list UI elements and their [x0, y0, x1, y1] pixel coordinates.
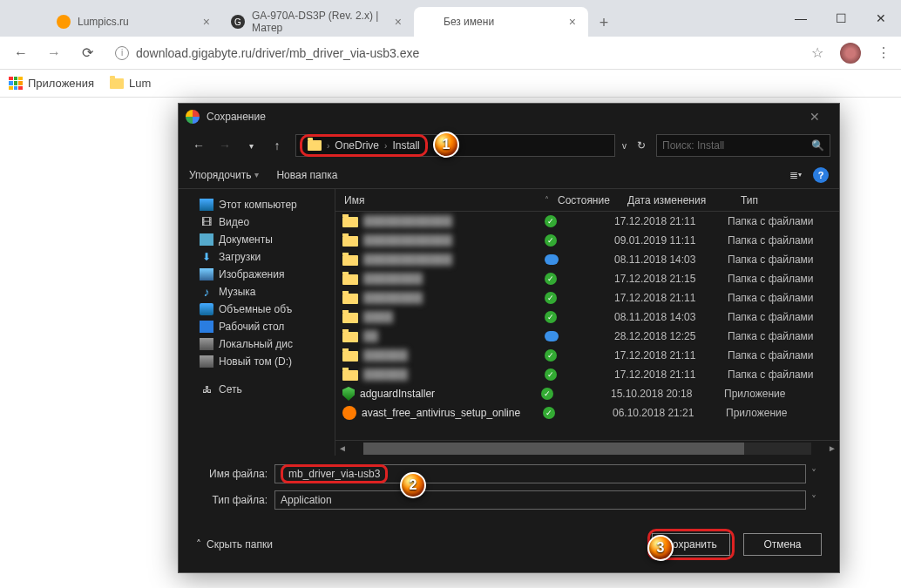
filetype-select[interactable]: Application — [274, 490, 806, 510]
tab-untitled[interactable]: Без имени × — [414, 7, 588, 37]
list-item[interactable]: ██████ ✓ 17.12.2018 21:11 Папка с файлам… — [335, 346, 839, 365]
close-button[interactable]: ✕ — [861, 4, 901, 32]
list-item[interactable]: ████████████ ✓ 17.12.2018 21:11 Папка с … — [335, 212, 839, 231]
list-item[interactable]: ██ 28.12.2018 12:25 Папка с файлами — [335, 327, 839, 346]
file-type: Приложение — [726, 407, 839, 419]
scroll-track[interactable] — [363, 443, 811, 455]
chevron-down-icon: ▾ — [254, 170, 259, 179]
close-icon[interactable]: × — [566, 15, 579, 29]
chevron-down-icon[interactable]: ˅ — [806, 494, 822, 506]
tree-label: Загрузки — [219, 251, 261, 263]
star-icon[interactable]: ☆ — [809, 44, 826, 62]
list-item[interactable]: ████████████ 08.11.2018 14:03 Папка с фа… — [335, 250, 839, 269]
list-item[interactable]: ████████ ✓ 17.12.2018 21:11 Папка с файл… — [335, 288, 839, 308]
tab-lumpics[interactable]: Lumpics.ru × — [48, 7, 222, 37]
help-icon[interactable]: ? — [813, 167, 829, 183]
column-name[interactable]: Имя — [335, 194, 545, 206]
dialog-close-button[interactable]: ✕ — [797, 110, 832, 124]
file-type: Папка с файлами — [728, 215, 839, 227]
list-item[interactable]: ████ ✓ 08.11.2018 14:03 Папка с файлами — [335, 308, 839, 327]
dialog-toolbar: Упорядочить ▾ Новая папка ≣▾ ? — [179, 161, 839, 189]
url-text: download.gigabyte.ru/driver/mb_driver_vi… — [136, 46, 419, 60]
site-info-icon[interactable]: i — [115, 46, 129, 60]
tree-label: Новый том (D:) — [219, 355, 292, 368]
cancel-button[interactable]: Отмена — [743, 533, 822, 556]
breadcrumb-segment[interactable]: OneDrive — [335, 139, 379, 152]
chevron-down-icon[interactable]: v — [622, 141, 627, 151]
list-item[interactable]: ████████████ ✓ 09.01.2019 11:11 Папка с … — [335, 231, 839, 250]
file-name: ████ — [363, 311, 545, 323]
tree-item[interactable]: Объемные объ — [182, 301, 331, 318]
close-icon[interactable]: × — [200, 15, 213, 29]
refresh-button[interactable]: ↻ — [630, 139, 653, 152]
address-bar: ← → ⟳ i download.gigabyte.ru/driver/mb_d… — [0, 37, 901, 70]
nav-up-button[interactable]: ↑ — [266, 134, 288, 157]
maximize-button[interactable]: ☐ — [821, 4, 861, 32]
tab-favicon — [57, 15, 71, 29]
new-tab-button[interactable]: + — [592, 10, 616, 35]
bookmark-folder[interactable]: Lum — [110, 77, 151, 90]
horizontal-scrollbar[interactable]: ◄ ► — [335, 440, 839, 456]
minimize-button[interactable]: — — [781, 4, 821, 32]
tree-item[interactable]: Рабочий стол — [182, 318, 331, 335]
file-name: ████████████ — [363, 215, 545, 227]
nav-forward-button[interactable]: → — [213, 134, 236, 157]
hide-folders-button[interactable]: ˄ Скрыть папки — [196, 538, 273, 551]
file-date: 09.01.2019 11:11 — [614, 234, 728, 247]
tree-item[interactable]: Документы — [182, 231, 331, 248]
view-mode-button[interactable]: ≣▾ — [785, 166, 806, 184]
menu-icon[interactable]: ⋮ — [875, 44, 892, 62]
column-date[interactable]: Дата изменения — [627, 194, 741, 206]
state-cloud-icon — [545, 254, 559, 265]
hide-folders-label: Скрыть папки — [207, 538, 273, 551]
apps-button[interactable]: Приложения — [9, 77, 94, 91]
avatar[interactable] — [840, 43, 861, 64]
fold-icon — [342, 236, 358, 247]
list-item[interactable]: avast_free_antivirus_setup_online ✓ 06.1… — [335, 403, 839, 422]
scroll-left-icon[interactable]: ◄ — [335, 443, 349, 453]
tree-item[interactable]: Загрузки — [182, 248, 331, 266]
scroll-thumb[interactable] — [363, 443, 744, 455]
breadcrumb-segment[interactable]: Install — [392, 139, 419, 152]
tree-item[interactable]: Музыка — [182, 283, 331, 301]
list-item[interactable]: ██████ ✓ 17.12.2018 21:11 Папка с файлам… — [335, 365, 839, 384]
file-state: ✓ — [545, 349, 614, 362]
chevron-down-icon[interactable]: ˅ — [806, 468, 822, 480]
tree-label: Сеть — [219, 383, 242, 395]
sort-indicator: ˄ — [545, 195, 558, 205]
close-icon[interactable]: × — [391, 15, 405, 29]
chevron-right-icon: › — [384, 141, 387, 151]
organize-button[interactable]: Упорядочить ▾ — [189, 169, 259, 181]
column-type[interactable]: Тип — [741, 194, 839, 206]
filename-label: Имя файла: — [196, 468, 274, 480]
tree-item[interactable]: Изображения — [182, 266, 331, 283]
file-state: ✓ — [545, 368, 614, 381]
tab-title: Lumpics.ru — [78, 16, 129, 28]
search-input[interactable]: Поиск: Install 🔍 — [656, 134, 830, 157]
nav-back-button[interactable]: ← — [187, 134, 210, 157]
tree-network[interactable]: Сеть — [182, 381, 331, 398]
reload-button[interactable]: ⟳ — [75, 41, 99, 65]
tab-gigabyte[interactable]: G GA-970A-DS3P (Rev. 2.x) | Матер × — [222, 7, 414, 37]
url-field[interactable]: i download.gigabyte.ru/driver/mb_driver_… — [108, 46, 800, 60]
fold-icon — [342, 370, 358, 381]
column-state[interactable]: Состояние — [558, 194, 627, 206]
breadcrumb-highlight: › OneDrive › Install — [300, 134, 428, 157]
dialog-titlebar: Сохранение ✕ — [179, 104, 839, 130]
tree-item[interactable]: Видео — [182, 213, 331, 231]
back-button[interactable]: ← — [9, 41, 33, 65]
new-folder-button[interactable]: Новая папка — [276, 169, 337, 181]
dialog-body: Этот компьютерВидеоДокументыЗагрузкиИзоб… — [179, 189, 839, 456]
forward-button[interactable]: → — [42, 41, 66, 65]
list-item[interactable]: ████████ ✓ 17.12.2018 21:15 Папка с файл… — [335, 269, 839, 288]
tree-item[interactable]: Этот компьютер — [182, 196, 331, 213]
chevron-down-icon[interactable]: ▾ — [240, 134, 262, 157]
filename-input[interactable]: mb_driver_via-usb3 — [274, 464, 806, 483]
tree-item[interactable]: Новый том (D:) — [182, 353, 331, 370]
scroll-right-icon[interactable]: ► — [825, 443, 839, 453]
filename-row: Имя файла: mb_driver_via-usb3 ˅ — [196, 464, 822, 483]
save-dialog: Сохранение ✕ ← → ▾ ↑ › OneDrive › Instal… — [178, 103, 840, 573]
list-item[interactable]: adguardInstaller ✓ 15.10.2018 20:18 Прил… — [335, 384, 839, 403]
tree-item[interactable]: Локальный дис — [182, 335, 331, 353]
file-date: 08.11.2018 14:03 — [614, 311, 728, 323]
